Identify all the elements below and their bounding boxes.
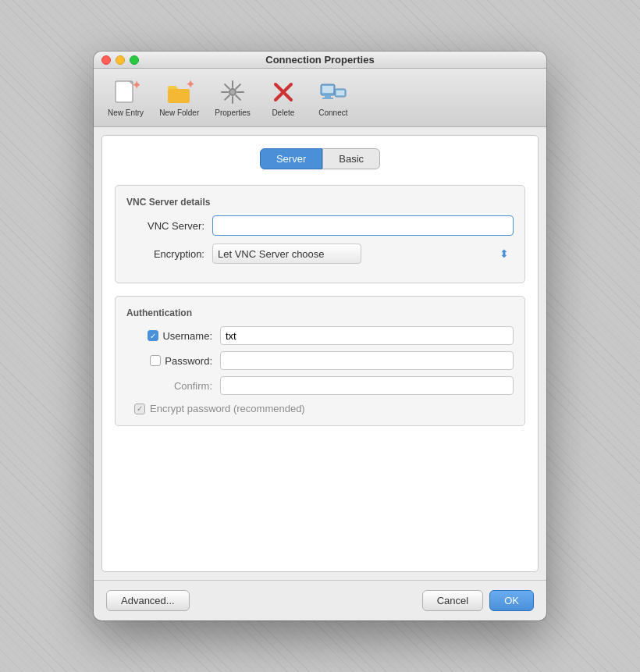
vnc-server-row: VNC Server:	[126, 215, 514, 236]
auth-section-title: Authentication	[126, 308, 514, 318]
username-input[interactable]	[220, 326, 514, 345]
svg-line-10	[225, 84, 229, 89]
svg-rect-0	[116, 81, 133, 102]
encryption-label: Encryption:	[126, 248, 212, 260]
password-row: Password:	[126, 351, 514, 370]
toolbar-properties[interactable]: Properties	[208, 75, 257, 120]
confirm-label: Confirm:	[174, 380, 212, 392]
bottom-bar: Advanced... Cancel OK	[94, 580, 546, 620]
svg-rect-17	[322, 86, 333, 93]
toolbar-properties-label: Properties	[215, 108, 251, 117]
svg-line-12	[236, 84, 240, 89]
vnc-section-title: VNC Server details	[126, 197, 514, 208]
password-checkbox-area: Password:	[126, 355, 220, 367]
toolbar-connect[interactable]: Connect	[310, 75, 357, 120]
confirm-input[interactable]	[220, 376, 514, 395]
new-entry-icon: ✦	[112, 78, 140, 106]
toolbar-new-entry[interactable]: ✦ New Entry	[101, 75, 150, 120]
cancel-button[interactable]: Cancel	[422, 590, 483, 611]
svg-rect-19	[322, 98, 333, 99]
svg-text:✦: ✦	[132, 79, 140, 91]
properties-icon	[219, 78, 247, 106]
main-content: Server Basic VNC Server details VNC Serv…	[101, 135, 539, 572]
titlebar: Connection Properties	[94, 52, 546, 69]
new-folder-icon: ✦	[165, 78, 194, 106]
svg-rect-21	[336, 91, 344, 95]
svg-point-5	[229, 89, 236, 95]
minimize-button[interactable]	[116, 55, 125, 65]
vnc-server-label: VNC Server:	[126, 220, 212, 232]
password-label: Password:	[165, 355, 212, 367]
vnc-server-input[interactable]	[212, 215, 514, 236]
tab-basic[interactable]: Basic	[322, 148, 380, 169]
confirm-checkbox-area: Confirm:	[126, 380, 220, 392]
username-checkbox[interactable]: ✓	[148, 330, 158, 341]
username-row: ✓ Username:	[126, 326, 514, 345]
advanced-button[interactable]: Advanced...	[106, 590, 190, 611]
dialog-buttons: Cancel OK	[422, 590, 534, 611]
svg-text:✦: ✦	[186, 78, 194, 91]
toolbar-new-folder[interactable]: ✦ New Folder	[153, 75, 205, 120]
password-input[interactable]	[220, 351, 514, 370]
username-label: Username:	[162, 330, 212, 342]
close-button[interactable]	[101, 55, 111, 65]
encryption-select[interactable]: Let VNC Server choose Always on Always o…	[212, 244, 361, 264]
connection-properties-window: Connection Properties ✦ New Entry ✦	[94, 52, 546, 620]
tab-server[interactable]: Server	[260, 148, 322, 169]
auth-section: Authentication ✓ Username: Password:	[115, 296, 525, 426]
toolbar-delete-label: Delete	[272, 108, 294, 117]
encryption-row: Encryption: Let VNC Server choose Always…	[126, 244, 514, 264]
encryption-select-wrapper: Let VNC Server choose Always on Always o…	[212, 244, 514, 264]
encrypt-checkbox: ✓	[134, 404, 145, 414]
toolbar-delete[interactable]: Delete	[260, 75, 307, 120]
select-arrow-icon: ⬍	[500, 247, 509, 260]
toolbar-new-folder-label: New Folder	[159, 108, 199, 117]
window-title: Connection Properties	[265, 54, 374, 66]
confirm-row: Confirm:	[126, 376, 514, 395]
maximize-button[interactable]	[130, 55, 139, 65]
delete-icon	[269, 78, 297, 106]
encrypt-row: ✓ Encrypt password (recommended)	[134, 403, 514, 414]
password-checkbox[interactable]	[150, 355, 161, 366]
username-checkbox-area: ✓ Username:	[126, 330, 220, 342]
svg-line-11	[236, 95, 240, 100]
svg-rect-3	[168, 89, 190, 103]
toolbar: ✦ New Entry ✦ New Folder	[94, 69, 546, 127]
tab-bar: Server Basic	[115, 148, 525, 169]
toolbar-new-entry-label: New Entry	[108, 108, 144, 117]
window-controls	[101, 55, 139, 65]
encrypt-label: Encrypt password (recommended)	[150, 403, 305, 414]
vnc-server-section: VNC Server details VNC Server: Encryptio…	[115, 185, 525, 283]
svg-rect-18	[325, 95, 331, 98]
ok-button[interactable]: OK	[489, 590, 534, 611]
svg-line-13	[225, 95, 229, 100]
connect-icon	[319, 78, 347, 106]
toolbar-connect-label: Connect	[318, 108, 347, 117]
